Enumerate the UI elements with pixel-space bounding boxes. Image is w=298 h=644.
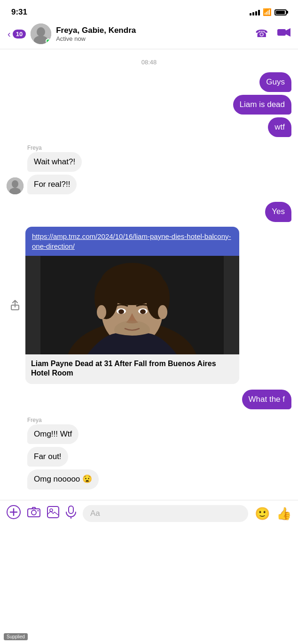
message-row: wtf bbox=[7, 117, 291, 137]
emoji-button[interactable]: 🙂 bbox=[255, 506, 270, 521]
message-row: Yes bbox=[7, 202, 291, 222]
header-actions: ☎ bbox=[255, 28, 290, 40]
link-preview-image bbox=[25, 256, 239, 354]
online-indicator bbox=[46, 38, 51, 44]
link-preview-row: https://amp.tmz.com/2024/10/16/liam-payn… bbox=[7, 227, 291, 387]
chat-area: 08:48 Guys Liam is dead wtf Freya Wait w… bbox=[0, 49, 298, 500]
battery-icon bbox=[274, 9, 287, 15]
status-icons: 📶 bbox=[250, 8, 287, 16]
message-row: What the f bbox=[7, 390, 291, 409]
chat-header: ‹ 10 Freya, Gabie, Kendra Active now ☎ bbox=[0, 21, 298, 49]
status-bar: 9:31 📶 bbox=[0, 0, 298, 21]
phone-icon[interactable]: ☎ bbox=[255, 28, 268, 40]
svg-point-6 bbox=[12, 180, 18, 188]
message-bubble: wtf bbox=[268, 117, 291, 137]
message-bubble: Omg nooooo 😧 bbox=[27, 469, 99, 489]
link-url[interactable]: https://amp.tmz.com/2024/10/16/liam-payn… bbox=[25, 227, 239, 256]
message-bubble: Yes bbox=[265, 202, 291, 222]
chat-input[interactable]: Aa bbox=[83, 505, 248, 522]
video-icon[interactable] bbox=[277, 28, 290, 40]
chat-name: Freya, Gabie, Kendra bbox=[56, 26, 255, 35]
svg-point-23 bbox=[158, 305, 167, 319]
message-bubble: For real?!! bbox=[27, 175, 77, 194]
message-bubble: Wait what?! bbox=[27, 152, 82, 172]
header-info: Freya, Gabie, Kendra Active now bbox=[56, 26, 255, 42]
like-button[interactable]: 👍 bbox=[276, 506, 291, 521]
watermark: Supplied bbox=[4, 633, 28, 640]
message-bubble: Liam is dead bbox=[233, 95, 291, 115]
message-row: For real?!! bbox=[7, 175, 291, 194]
message-row: Liam is dead bbox=[7, 95, 291, 115]
svg-marker-4 bbox=[286, 28, 290, 37]
avatar bbox=[7, 177, 24, 194]
svg-point-19 bbox=[118, 309, 124, 314]
message-row: Omg nooooo 😧 bbox=[7, 469, 291, 489]
link-title: Liam Payne Dead at 31 After Fall from Bu… bbox=[25, 354, 239, 384]
svg-point-26 bbox=[31, 510, 36, 515]
chat-timestamp: 08:48 bbox=[7, 59, 291, 66]
message-row: Far out! bbox=[7, 447, 291, 467]
message-row: Omg!!! Wtf bbox=[7, 424, 291, 444]
link-preview-card[interactable]: https://amp.tmz.com/2024/10/16/liam-payn… bbox=[25, 227, 239, 384]
share-button[interactable] bbox=[7, 297, 24, 314]
svg-point-27 bbox=[38, 510, 39, 511]
svg-rect-30 bbox=[69, 506, 73, 514]
photo-button[interactable] bbox=[47, 506, 59, 521]
back-badge: 10 bbox=[13, 30, 26, 38]
camera-button[interactable] bbox=[27, 506, 40, 521]
wifi-icon: 📶 bbox=[263, 8, 272, 16]
message-row: Wait what?! bbox=[7, 152, 291, 172]
input-placeholder: Aa bbox=[90, 509, 100, 518]
svg-rect-28 bbox=[47, 506, 59, 518]
message-bubble: Far out! bbox=[27, 447, 68, 467]
sender-label: Freya bbox=[27, 417, 291, 423]
back-chevron-icon: ‹ bbox=[8, 29, 11, 39]
message-row: Guys bbox=[7, 72, 291, 92]
message-bubble: What the f bbox=[242, 390, 291, 409]
sender-label: Freya bbox=[27, 145, 291, 151]
status-time: 9:31 bbox=[11, 8, 27, 17]
svg-point-20 bbox=[140, 309, 146, 314]
mic-button[interactable] bbox=[66, 506, 76, 522]
chat-toolbar: Aa 🙂 👍 bbox=[0, 500, 298, 527]
message-bubble: Guys bbox=[259, 72, 291, 92]
avatar bbox=[31, 23, 51, 44]
back-button[interactable]: ‹ 10 bbox=[8, 29, 26, 39]
plus-button[interactable] bbox=[7, 505, 21, 522]
svg-point-22 bbox=[97, 305, 106, 319]
svg-rect-3 bbox=[277, 29, 286, 36]
signal-icon bbox=[250, 9, 260, 15]
svg-point-16 bbox=[106, 282, 158, 305]
message-bubble: Omg!!! Wtf bbox=[27, 424, 78, 444]
svg-point-1 bbox=[37, 27, 45, 37]
chat-status: Active now bbox=[56, 35, 255, 42]
